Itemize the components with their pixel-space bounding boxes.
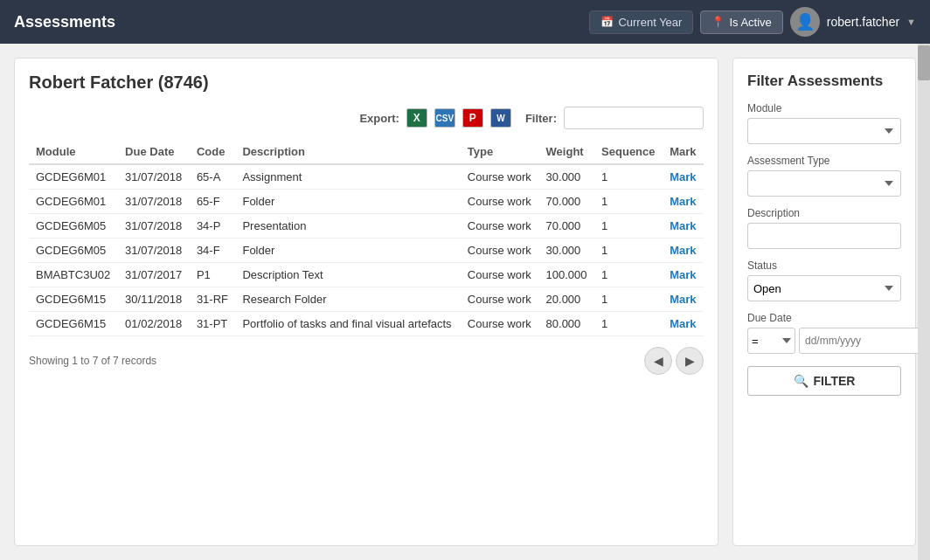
cell-weight: 70.000: [539, 214, 595, 239]
cell-type: Course work: [461, 312, 539, 336]
cell-description: Presentation: [235, 214, 460, 239]
main-container: Robert Fatcher (8746) Export: X CSV P W …: [0, 44, 930, 560]
cell-due-date: 31/07/2017: [118, 263, 190, 287]
table-row: GCDEG6M15 01/02/2018 31-PT Portfolio of …: [29, 312, 704, 336]
pagination-area: Showing 1 to 7 of 7 records ◀ ▶: [29, 347, 704, 375]
cell-module: GCDEG6M05: [29, 214, 118, 239]
cell-weight: 30.000: [539, 239, 595, 263]
panel-title: Robert Fatcher (8746): [29, 73, 704, 93]
navbar-right: 📅 Current Year 📍 Is Active 👤 robert.fatc…: [589, 7, 916, 37]
cell-weight: 70.000: [539, 190, 595, 214]
col-module: Module: [29, 140, 118, 164]
cell-type: Course work: [461, 214, 539, 239]
cell-sequence: 1: [594, 239, 663, 263]
avatar: 👤: [790, 7, 820, 37]
cell-code: P1: [190, 263, 236, 287]
prev-page-button[interactable]: ◀: [644, 347, 672, 375]
assessment-type-filter-select[interactable]: [747, 170, 901, 197]
due-date-op-select[interactable]: = < >: [747, 328, 795, 354]
table-row: GCDEG6M05 31/07/2018 34-F Folder Course …: [29, 239, 704, 263]
assessment-type-filter-label: Assessment Type: [747, 155, 901, 167]
cell-description: Folder: [235, 239, 460, 263]
is-active-button[interactable]: 📍 Is Active: [700, 10, 782, 34]
mark-link[interactable]: Mark: [670, 170, 696, 183]
app-title: Assessments: [14, 13, 115, 31]
export-label: Export:: [359, 112, 399, 125]
filter-button[interactable]: 🔍 FILTER: [747, 366, 901, 396]
due-date-row: = < > 📅: [747, 328, 901, 354]
table-row: GCDEG6M15 30/11/2018 31-RF Research Fold…: [29, 287, 704, 312]
description-filter-field: Description: [747, 207, 901, 249]
cell-mark: Mark: [663, 214, 704, 239]
due-date-input[interactable]: [799, 328, 930, 354]
mark-link[interactable]: Mark: [670, 268, 696, 281]
col-weight: Weight: [539, 140, 595, 164]
cell-code: 31-RF: [190, 287, 236, 312]
status-filter-label: Status: [747, 259, 901, 272]
cell-module: GCDEG6M15: [29, 312, 118, 336]
content-panel: Robert Fatcher (8746) Export: X CSV P W …: [14, 58, 718, 546]
cell-mark: Mark: [663, 164, 704, 190]
module-filter-select[interactable]: [747, 118, 901, 144]
export-excel-button[interactable]: X: [406, 108, 427, 128]
pin-icon: 📍: [711, 16, 725, 28]
col-description: Description: [235, 140, 460, 164]
cell-description: Portfolio of tasks and final visual arte…: [235, 312, 460, 336]
cell-due-date: 30/11/2018: [118, 287, 190, 312]
export-word-button[interactable]: W: [490, 108, 511, 128]
cell-sequence: 1: [594, 287, 663, 312]
cell-sequence: 1: [594, 312, 663, 336]
table-row: GCDEG6M01 31/07/2018 65-F Folder Course …: [29, 190, 704, 214]
export-pdf-button[interactable]: P: [462, 108, 483, 128]
scrollbar-thumb[interactable]: [918, 45, 930, 80]
cell-module: GCDEG6M01: [29, 164, 118, 190]
cell-mark: Mark: [663, 263, 704, 287]
due-date-filter-label: Due Date: [747, 312, 901, 324]
cell-due-date: 31/07/2018: [118, 239, 190, 263]
col-due-date: Due Date: [118, 140, 190, 164]
mark-link[interactable]: Mark: [670, 293, 696, 306]
cell-due-date: 31/07/2018: [118, 164, 190, 190]
user-menu[interactable]: 👤 robert.fatcher ▼: [790, 7, 916, 37]
cell-description: Research Folder: [235, 287, 460, 312]
cell-module: BMABTC3U02: [29, 263, 118, 287]
cell-description: Folder: [235, 190, 460, 214]
showing-text: Showing 1 to 7 of 7 records: [29, 355, 156, 367]
mark-link[interactable]: Mark: [670, 195, 696, 208]
table-header-row: Module Due Date Code Description Type We…: [29, 140, 704, 164]
description-filter-input[interactable]: [747, 223, 901, 249]
col-type: Type: [461, 140, 539, 164]
cell-module: GCDEG6M15: [29, 287, 118, 312]
cell-type: Course work: [461, 263, 539, 287]
filter-panel-title: Filter Assessments: [747, 73, 901, 90]
cell-mark: Mark: [663, 190, 704, 214]
cell-mark: Mark: [663, 312, 704, 336]
inline-filter-input[interactable]: [564, 107, 704, 129]
current-year-button[interactable]: 📅 Current Year: [589, 10, 693, 34]
status-filter-field: Status Open: [747, 259, 901, 301]
export-csv-button[interactable]: CSV: [434, 108, 455, 128]
module-filter-field: Module: [747, 102, 901, 144]
cell-code: 65-A: [190, 164, 236, 190]
cell-weight: 20.000: [539, 287, 595, 312]
mark-link[interactable]: Mark: [670, 317, 696, 330]
col-code: Code: [190, 140, 236, 164]
cell-due-date: 31/07/2018: [118, 214, 190, 239]
assessment-type-filter-field: Assessment Type: [747, 155, 901, 197]
cell-weight: 30.000: [539, 164, 595, 190]
col-sequence: Sequence: [594, 140, 663, 164]
table-row: BMABTC3U02 31/07/2017 P1 Description Tex…: [29, 263, 704, 287]
cell-type: Course work: [461, 190, 539, 214]
next-page-button[interactable]: ▶: [676, 347, 704, 375]
cell-mark: Mark: [663, 287, 704, 312]
scrollbar[interactable]: [918, 44, 930, 560]
status-filter-select[interactable]: Open: [747, 275, 901, 301]
mark-link[interactable]: Mark: [670, 219, 696, 232]
cell-code: 65-F: [190, 190, 236, 214]
filter-label: Filter:: [525, 112, 557, 125]
mark-link[interactable]: Mark: [670, 244, 696, 257]
filter-panel: Filter Assessments Module Assessment Typ…: [732, 58, 916, 546]
cell-module: GCDEG6M01: [29, 190, 118, 214]
navbar: Assessments 📅 Current Year 📍 Is Active 👤…: [0, 0, 930, 44]
search-icon: 🔍: [794, 374, 809, 388]
